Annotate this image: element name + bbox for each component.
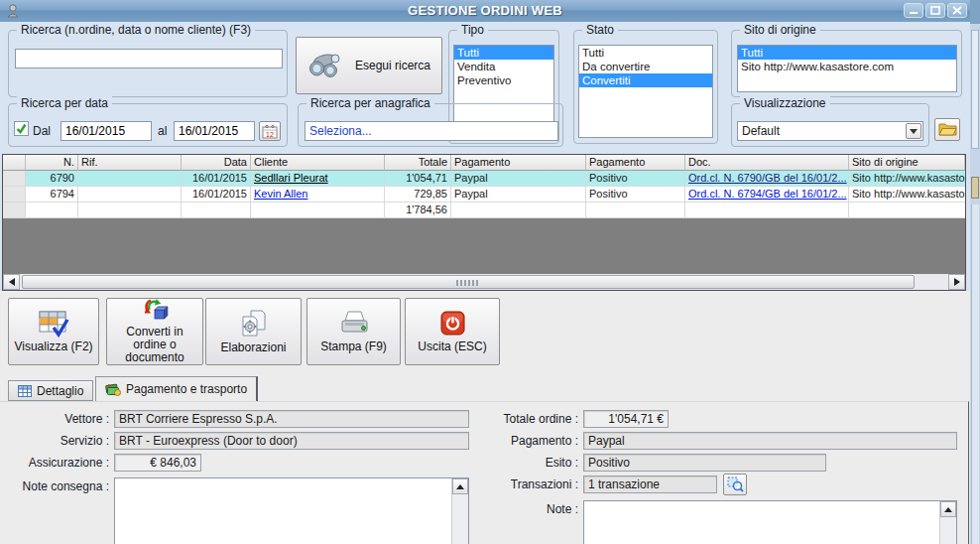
tab-pagamento-trasporto[interactable]: Pagamento e trasporto xyxy=(95,376,258,401)
scrollbar-thumb[interactable] xyxy=(22,275,915,289)
anagrafica-select-field[interactable]: Seleziona... xyxy=(305,121,558,141)
thumb-grip xyxy=(456,280,480,286)
col-rif[interactable]: Rif. xyxy=(78,155,182,171)
col-cliente[interactable]: Cliente xyxy=(251,155,385,171)
vettore-label: Vettore : xyxy=(0,412,109,426)
note-textarea[interactable] xyxy=(583,500,957,544)
table-row[interactable]: 6790 16/01/2015 Sedllari Pleurat 1'054,7… xyxy=(3,171,965,187)
elaborazioni-button[interactable]: Elaborazioni xyxy=(205,298,302,365)
visualizzazione-group-label: Visualizzazione xyxy=(740,96,830,110)
pagamento-field[interactable]: Paypal xyxy=(583,432,957,450)
maximize-button[interactable] xyxy=(925,3,945,18)
esito-label: Esito : xyxy=(469,456,578,470)
servizio-field[interactable]: BRT - Euroexpress (Door to door) xyxy=(114,432,469,450)
tipo-option-preventivo[interactable]: Preventivo xyxy=(454,73,553,87)
arrow-left-icon xyxy=(9,278,15,286)
search-input[interactable] xyxy=(15,49,283,68)
esito-field[interactable]: Positivo xyxy=(583,454,826,472)
row-selector xyxy=(3,203,26,218)
tab-dettaglio[interactable]: Dettaglio xyxy=(8,380,93,401)
horizontal-scrollbar[interactable] xyxy=(3,274,965,290)
scroll-left-button[interactable] xyxy=(3,274,20,290)
minimize-icon xyxy=(909,6,919,15)
arrow-up-icon xyxy=(944,507,952,512)
execute-search-button[interactable]: Esegui ricerca xyxy=(296,37,442,94)
note-consegna-scrollbar[interactable] xyxy=(451,478,468,544)
stato-listbox[interactable]: Tutti Da convertire Convertiti xyxy=(578,45,713,138)
servizio-label: Servizio : xyxy=(0,434,109,448)
title-bar[interactable]: GESTIONE ORDINI WEB xyxy=(0,0,970,22)
col-totale[interactable]: Totale xyxy=(385,155,451,171)
pagamento-trasporto-panel: Vettore : BRT Corriere Espresso S.p.A. S… xyxy=(0,401,969,544)
stampa-label: Stampa (F9) xyxy=(318,340,389,353)
scroll-up-button[interactable] xyxy=(452,478,468,494)
al-label: al xyxy=(158,124,167,138)
tipo-option-vendita[interactable]: Vendita xyxy=(454,60,553,73)
bottom-panel: Visualizza (F2) Converti in ordine o doc… xyxy=(0,291,970,544)
open-view-folder-button[interactable] xyxy=(934,118,960,141)
tipo-option-tutti[interactable]: Tutti xyxy=(454,46,553,60)
converti-button[interactable]: Converti in ordine o documento xyxy=(106,298,203,365)
visualizza-button[interactable]: Visualizza (F2) xyxy=(8,298,99,365)
visualizzazione-group: Visualizzazione Default xyxy=(731,103,929,147)
document-gear-icon xyxy=(238,309,270,339)
stampa-button[interactable]: Stampa (F9) xyxy=(306,298,401,365)
stato-option-da-convertire[interactable]: Da convertire xyxy=(579,60,712,73)
date-to-input[interactable] xyxy=(174,121,255,141)
maximize-icon xyxy=(930,6,940,15)
cell-esito: Positivo xyxy=(586,187,685,203)
scroll-up-button[interactable] xyxy=(940,501,956,517)
totale-ordine-field[interactable]: 1'054,71 € xyxy=(583,410,669,428)
tab-dettaglio-label: Dettaglio xyxy=(37,384,83,398)
stato-option-convertiti[interactable]: Convertiti xyxy=(579,73,712,87)
minimize-button[interactable] xyxy=(904,3,923,18)
table-row[interactable]: 6794 16/01/2015 Kevin Allen 729,85 Paypa… xyxy=(3,187,965,203)
col-selector xyxy=(3,155,26,171)
col-doc[interactable]: Doc. xyxy=(685,155,849,171)
view-transactions-button[interactable] xyxy=(723,474,747,495)
row-selector[interactable] xyxy=(3,171,26,187)
dropdown-arrow-button[interactable] xyxy=(906,123,921,139)
doc-link[interactable]: Ord.cl. N. 6790/GB del 16/01/2... xyxy=(688,172,847,184)
close-button[interactable] xyxy=(947,3,967,18)
anagrafica-group-label: Ricerca per anagrafica xyxy=(306,96,434,110)
note-scrollbar[interactable] xyxy=(939,501,956,544)
cell-totale: 1'054,71 xyxy=(385,171,451,187)
assicurazione-field[interactable]: € 846,03 xyxy=(114,454,201,472)
sito-origine-listbox[interactable]: Tutti Sito http://www.kasastore.com xyxy=(737,45,957,92)
col-pagamento[interactable]: Pagamento xyxy=(451,155,586,171)
col-data[interactable]: Data xyxy=(182,155,251,171)
vettore-field[interactable]: BRT Corriere Espresso S.p.A. xyxy=(114,410,469,428)
cliente-link[interactable]: Sedllari Pleurat xyxy=(254,172,328,184)
scroll-right-button[interactable] xyxy=(948,274,965,290)
table-header-row[interactable]: N. Rif. Data Cliente Totale Pagamento Pa… xyxy=(3,155,965,171)
note-consegna-textarea[interactable] xyxy=(114,477,469,544)
visualizzazione-value: Default xyxy=(742,124,780,138)
printer-icon xyxy=(337,310,371,338)
doc-link[interactable]: Ord.cl. N. 6794/GB del 16/01/2... xyxy=(688,188,847,200)
sito-option-kasastore[interactable]: Sito http://www.kasastore.com xyxy=(738,60,956,73)
row-selector[interactable] xyxy=(3,187,26,203)
col-n[interactable]: N. xyxy=(26,155,78,171)
stato-option-tutti[interactable]: Tutti xyxy=(579,46,712,60)
calendar-icon: 12 xyxy=(262,124,278,139)
tab-pagamento-label: Pagamento e trasporto xyxy=(126,382,247,396)
cell-data: 16/01/2015 xyxy=(182,187,251,203)
anagrafica-group: Ricerca per anagrafica Seleziona... xyxy=(298,103,563,147)
date-from-input[interactable] xyxy=(61,121,152,141)
sito-option-tutti[interactable]: Tutti xyxy=(738,46,956,60)
calendar-picker-button[interactable]: 12 xyxy=(259,121,281,141)
totals-value: 1'784,56 xyxy=(385,203,451,218)
transazioni-field[interactable]: 1 transazione xyxy=(583,476,717,493)
date-filter-checkbox[interactable] xyxy=(14,121,29,136)
col-pagamento-esito[interactable]: Pagamento xyxy=(586,155,685,171)
stato-group: Stato Tutti Da convertire Convertiti xyxy=(573,30,718,144)
arrow-right-icon xyxy=(954,278,960,286)
cell-sito: Sito http://www.kasastore.com xyxy=(849,187,965,203)
window-title: GESTIONE ORDINI WEB xyxy=(0,3,970,18)
uscita-button[interactable]: Uscita (ESC) xyxy=(405,298,500,365)
power-exit-icon xyxy=(437,310,467,338)
visualizzazione-dropdown[interactable]: Default xyxy=(737,121,923,141)
cliente-link[interactable]: Kevin Allen xyxy=(254,188,307,200)
col-sito[interactable]: Sito di origine xyxy=(849,155,965,171)
